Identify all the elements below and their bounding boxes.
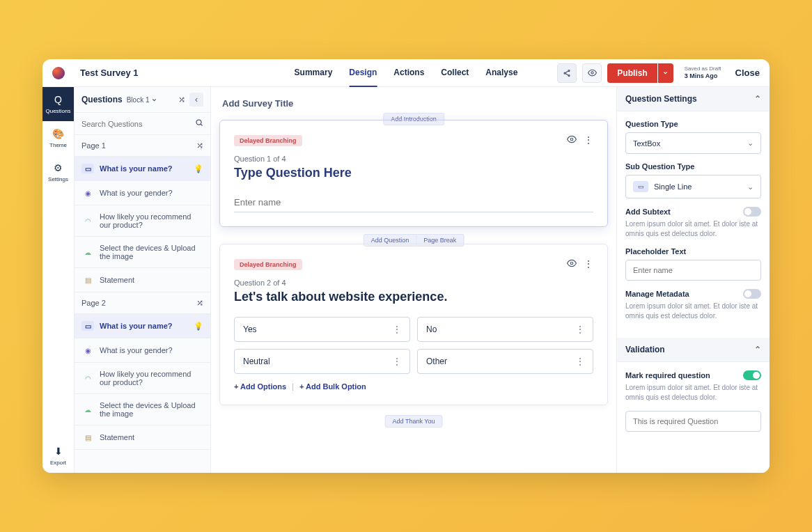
shuffle-icon[interactable]: ⤮ <box>196 298 203 308</box>
editor-canvas: Add Survey Title Add Introduction Delaye… <box>211 87 616 473</box>
option-menu[interactable]: ⋮ <box>393 357 401 366</box>
close-button[interactable]: Close <box>735 68 760 78</box>
subtext-toggle[interactable] <box>743 207 761 217</box>
metadata-label: Manage Metadata <box>625 290 689 298</box>
radio-icon: ◉ <box>81 188 94 198</box>
chevron-up-icon: ⌃ <box>754 345 761 354</box>
tab-summary[interactable]: Summary <box>295 59 333 87</box>
validation-header[interactable]: Validation ⌃ <box>617 338 770 362</box>
svg-point-1 <box>564 72 565 74</box>
option-item[interactable]: Other⋮ <box>417 349 593 374</box>
rail-settings[interactable]: ⚙ Settings <box>42 155 74 189</box>
chevron-down-icon: ⌄ <box>747 182 754 191</box>
gauge-icon: ◠ <box>81 216 94 226</box>
question-menu[interactable]: ⋮ <box>584 134 593 146</box>
preview-question[interactable] <box>567 134 577 146</box>
survey-title-input[interactable]: Add Survey Title <box>222 98 605 109</box>
gear-icon: ⚙ <box>54 162 63 173</box>
eye-icon <box>588 68 597 77</box>
question-item[interactable]: ◠ How likely you recommend our product? <box>75 205 210 237</box>
option-menu[interactable]: ⋮ <box>576 324 584 334</box>
chevron-down-icon: ⌄ <box>747 139 754 148</box>
question-menu[interactable]: ⋮ <box>584 258 593 270</box>
placeholder-input[interactable] <box>625 260 761 281</box>
option-item[interactable]: Neutral⋮ <box>234 349 410 374</box>
answer-input[interactable] <box>234 193 593 212</box>
publish-button[interactable]: Publish <box>607 63 657 83</box>
publish-dropdown[interactable] <box>658 63 673 83</box>
question-item[interactable]: ◉ What is your gender? <box>75 338 210 363</box>
settings-header[interactable]: Question Settings ⌃ <box>617 87 770 111</box>
question-item[interactable]: ◉ What is your gender? <box>75 181 210 205</box>
metadata-hint: Lorem ipsum dolor sit amet. Et dolor ist… <box>625 302 761 321</box>
required-hint: Lorem ipsum dolor sit amet. Et dolor ist… <box>625 383 761 402</box>
download-icon: ⬇ <box>54 446 63 457</box>
question-item[interactable]: ▤ Statement <box>75 268 210 292</box>
search-input[interactable] <box>81 120 195 128</box>
search-row <box>75 113 210 135</box>
app-window: Test Survey 1 Summary Design Actions Col… <box>42 59 770 473</box>
subtype-select[interactable]: ▭ Single Line ⌄ <box>625 175 761 198</box>
tab-collect[interactable]: Collect <box>441 59 469 87</box>
question-title[interactable]: Let's talk about website experience. <box>234 290 593 304</box>
tab-actions[interactable]: Actions <box>393 59 424 87</box>
radio-icon: ◉ <box>81 345 94 355</box>
branching-badge: Delayed Branching <box>234 259 302 270</box>
add-options-link[interactable]: + Add Options <box>234 382 286 391</box>
add-thankyou-button[interactable]: Add Thank You <box>385 415 443 428</box>
question-card-1[interactable]: Delayed Branching ⋮ Question 1 of 4 Type… <box>219 120 608 227</box>
question-card-2[interactable]: Delayed Branching ⋮ Question 2 of 4 Let'… <box>219 244 608 405</box>
settings-panel: Question Settings ⌃ Question Type TextBo… <box>616 87 770 473</box>
question-item[interactable]: ▭ What is your name? 💡 <box>75 157 210 181</box>
option-menu[interactable]: ⋮ <box>393 324 401 334</box>
shuffle-icon[interactable]: ⤮ <box>178 95 185 104</box>
rail-export[interactable]: ⬇ Export <box>42 439 74 473</box>
add-bulk-link[interactable]: + Add Bulk Option <box>299 382 366 391</box>
tab-design[interactable]: Design <box>349 59 377 87</box>
page-header-2[interactable]: Page 2 ⤮ <box>75 292 210 314</box>
qtype-select[interactable]: TextBox ⌄ <box>625 132 761 154</box>
collapse-sidebar[interactable]: ‹ <box>189 93 203 107</box>
subtype-label: Sub Question Type <box>625 162 761 171</box>
header-actions: Publish Saved as Draft 3 Mins Ago Close <box>557 63 760 83</box>
bulb-icon: 💡 <box>194 322 203 331</box>
option-item[interactable]: No⋮ <box>417 317 593 342</box>
questions-icon: Q <box>54 94 62 105</box>
app-logo <box>52 67 65 79</box>
tab-analyse[interactable]: Analyse <box>485 59 517 87</box>
header: Test Survey 1 Summary Design Actions Col… <box>42 59 770 87</box>
questions-sidebar: Questions Block 1 ⤮ ‹ Page 1 ⤮ ▭ <box>75 87 211 473</box>
chevron-up-icon: ⌃ <box>754 94 761 104</box>
question-title-input[interactable]: Type Question Here <box>234 166 593 180</box>
question-item[interactable]: ▭ What is your name? 💡 <box>75 314 210 338</box>
chevron-down-icon <box>662 70 669 76</box>
option-menu[interactable]: ⋮ <box>576 357 584 366</box>
rail-theme[interactable]: 🎨 Theme <box>42 121 74 155</box>
block-dropdown[interactable]: Block 1 <box>127 96 158 104</box>
required-message-input[interactable] <box>625 411 761 432</box>
svg-point-2 <box>568 75 570 76</box>
question-item[interactable]: ▤ Statement <box>75 425 210 450</box>
statement-icon: ▤ <box>81 432 94 442</box>
statement-icon: ▤ <box>81 275 94 285</box>
gauge-icon: ◠ <box>81 373 94 383</box>
sidebar-title: Questions <box>81 95 123 104</box>
branching-badge: Delayed Branching <box>234 135 302 146</box>
page-header-1[interactable]: Page 1 ⤮ <box>75 135 210 157</box>
upload-icon: ☁ <box>81 247 94 257</box>
shuffle-icon[interactable]: ⤮ <box>196 141 203 150</box>
metadata-toggle[interactable] <box>743 289 761 299</box>
required-toggle[interactable] <box>743 370 761 380</box>
question-item[interactable]: ◠ How likely you recommend our product? <box>75 363 210 394</box>
search-icon[interactable] <box>195 118 203 129</box>
rail-questions[interactable]: Q Questions <box>42 87 74 121</box>
survey-title: Test Survey 1 <box>80 68 139 78</box>
question-number: Question 2 of 4 <box>234 279 593 287</box>
question-item[interactable]: ☁ Select the devices & Upload the image <box>75 394 210 425</box>
nav-tabs: Summary Design Actions Collect Analyse <box>295 59 518 87</box>
share-button[interactable] <box>557 63 577 83</box>
preview-button[interactable] <box>582 63 602 83</box>
option-item[interactable]: Yes⋮ <box>234 317 410 342</box>
preview-question[interactable] <box>567 258 577 270</box>
question-item[interactable]: ☁ Select the devices & Upload the image <box>75 237 210 268</box>
